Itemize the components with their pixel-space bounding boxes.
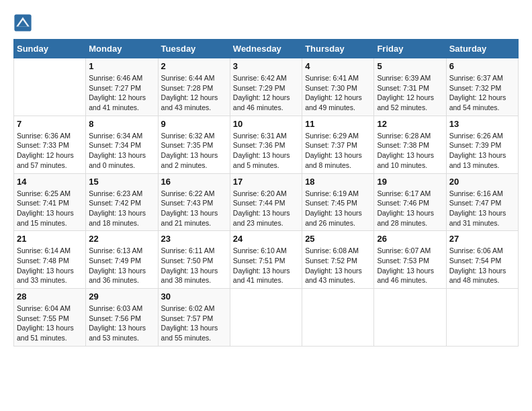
day-info: Sunrise: 6:19 AM Sunset: 7:45 PM Dayligh… (305, 189, 371, 228)
calendar-cell: 15Sunrise: 6:23 AM Sunset: 7:42 PM Dayli… (86, 173, 158, 231)
calendar-cell: 20Sunrise: 6:16 AM Sunset: 7:47 PM Dayli… (446, 173, 518, 231)
calendar-cell: 3Sunrise: 6:42 AM Sunset: 7:29 PM Daylig… (230, 58, 302, 116)
day-info: Sunrise: 6:42 AM Sunset: 7:29 PM Dayligh… (233, 73, 299, 113)
day-info: Sunrise: 6:20 AM Sunset: 7:44 PM Dayligh… (233, 189, 299, 228)
day-number: 27 (449, 234, 515, 244)
logo-icon (13, 13, 32, 32)
day-number: 12 (377, 119, 443, 129)
day-info: Sunrise: 6:14 AM Sunset: 7:48 PM Dayligh… (17, 246, 83, 285)
calendar-cell: 29Sunrise: 6:03 AM Sunset: 7:56 PM Dayli… (86, 289, 158, 347)
day-number: 16 (161, 177, 227, 187)
day-info: Sunrise: 6:23 AM Sunset: 7:42 PM Dayligh… (89, 189, 154, 228)
calendar-cell (14, 58, 86, 116)
calendar-cell: 25Sunrise: 6:08 AM Sunset: 7:52 PM Dayli… (302, 231, 374, 289)
day-info: Sunrise: 6:39 AM Sunset: 7:31 PM Dayligh… (377, 73, 443, 113)
day-info: Sunrise: 6:10 AM Sunset: 7:51 PM Dayligh… (233, 246, 299, 285)
day-info: Sunrise: 6:16 AM Sunset: 7:47 PM Dayligh… (449, 189, 515, 228)
day-info: Sunrise: 6:13 AM Sunset: 7:49 PM Dayligh… (89, 246, 154, 285)
calendar-cell: 22Sunrise: 6:13 AM Sunset: 7:49 PM Dayli… (86, 231, 158, 289)
calendar-cell: 23Sunrise: 6:11 AM Sunset: 7:50 PM Dayli… (158, 231, 230, 289)
calendar-week-row: 7Sunrise: 6:36 AM Sunset: 7:33 PM Daylig… (14, 116, 519, 173)
calendar-cell (230, 289, 302, 347)
calendar-cell: 17Sunrise: 6:20 AM Sunset: 7:44 PM Dayli… (230, 173, 302, 231)
calendar-week-row: 28Sunrise: 6:04 AM Sunset: 7:55 PM Dayli… (14, 289, 519, 347)
day-number: 3 (233, 61, 299, 71)
day-number: 29 (89, 291, 154, 302)
day-number: 14 (17, 177, 83, 187)
day-number: 19 (377, 177, 443, 187)
day-info: Sunrise: 6:25 AM Sunset: 7:41 PM Dayligh… (17, 189, 83, 228)
day-info: Sunrise: 6:07 AM Sunset: 7:53 PM Dayligh… (377, 246, 443, 285)
calendar-cell: 10Sunrise: 6:31 AM Sunset: 7:36 PM Dayli… (230, 116, 302, 173)
calendar-cell: 4Sunrise: 6:41 AM Sunset: 7:30 PM Daylig… (302, 58, 374, 116)
day-number: 24 (233, 234, 299, 244)
calendar-cell (302, 289, 374, 347)
day-info: Sunrise: 6:17 AM Sunset: 7:46 PM Dayligh… (377, 189, 443, 228)
calendar-week-row: 1Sunrise: 6:46 AM Sunset: 7:27 PM Daylig… (14, 58, 519, 116)
day-info: Sunrise: 6:03 AM Sunset: 7:56 PM Dayligh… (89, 304, 154, 343)
day-number: 23 (161, 234, 227, 244)
day-info: Sunrise: 6:32 AM Sunset: 7:35 PM Dayligh… (161, 131, 227, 171)
day-info: Sunrise: 6:31 AM Sunset: 7:36 PM Dayligh… (233, 131, 299, 171)
day-header-wednesday: Wednesday (230, 40, 302, 58)
calendar-cell: 1Sunrise: 6:46 AM Sunset: 7:27 PM Daylig… (86, 58, 158, 116)
calendar-cell: 2Sunrise: 6:44 AM Sunset: 7:28 PM Daylig… (158, 58, 230, 116)
calendar-cell: 30Sunrise: 6:02 AM Sunset: 7:57 PM Dayli… (158, 289, 230, 347)
calendar-cell: 16Sunrise: 6:22 AM Sunset: 7:43 PM Dayli… (158, 173, 230, 231)
day-info: Sunrise: 6:34 AM Sunset: 7:34 PM Dayligh… (89, 131, 154, 171)
calendar-cell: 13Sunrise: 6:26 AM Sunset: 7:39 PM Dayli… (446, 116, 518, 173)
calendar-week-row: 21Sunrise: 6:14 AM Sunset: 7:48 PM Dayli… (14, 231, 519, 289)
day-number: 13 (449, 119, 515, 129)
day-number: 18 (305, 177, 371, 187)
calendar-cell: 11Sunrise: 6:29 AM Sunset: 7:37 PM Dayli… (302, 116, 374, 173)
day-number: 28 (17, 291, 83, 302)
day-number: 17 (233, 177, 299, 187)
day-info: Sunrise: 6:46 AM Sunset: 7:27 PM Dayligh… (89, 73, 154, 113)
day-number: 21 (17, 234, 83, 244)
calendar-cell: 5Sunrise: 6:39 AM Sunset: 7:31 PM Daylig… (374, 58, 446, 116)
day-number: 4 (305, 61, 371, 71)
day-info: Sunrise: 6:37 AM Sunset: 7:32 PM Dayligh… (449, 73, 515, 113)
calendar-header-row: SundayMondayTuesdayWednesdayThursdayFrid… (14, 40, 519, 58)
day-info: Sunrise: 6:22 AM Sunset: 7:43 PM Dayligh… (161, 189, 227, 228)
day-info: Sunrise: 6:36 AM Sunset: 7:33 PM Dayligh… (17, 131, 83, 171)
day-number: 11 (305, 119, 371, 129)
day-number: 25 (305, 234, 371, 244)
day-number: 6 (449, 61, 515, 71)
calendar-cell: 27Sunrise: 6:06 AM Sunset: 7:54 PM Dayli… (446, 231, 518, 289)
calendar-cell: 8Sunrise: 6:34 AM Sunset: 7:34 PM Daylig… (86, 116, 158, 173)
day-header-monday: Monday (86, 40, 158, 58)
day-number: 20 (449, 177, 515, 187)
day-info: Sunrise: 6:29 AM Sunset: 7:37 PM Dayligh… (305, 131, 371, 171)
day-info: Sunrise: 6:41 AM Sunset: 7:30 PM Dayligh… (305, 73, 371, 113)
day-info: Sunrise: 6:26 AM Sunset: 7:39 PM Dayligh… (449, 131, 515, 171)
calendar-cell (446, 289, 518, 347)
calendar-cell: 24Sunrise: 6:10 AM Sunset: 7:51 PM Dayli… (230, 231, 302, 289)
day-number: 7 (17, 119, 83, 129)
calendar-cell: 12Sunrise: 6:28 AM Sunset: 7:38 PM Dayli… (374, 116, 446, 173)
day-header-saturday: Saturday (446, 40, 518, 58)
day-info: Sunrise: 6:44 AM Sunset: 7:28 PM Dayligh… (161, 73, 227, 113)
day-info: Sunrise: 6:06 AM Sunset: 7:54 PM Dayligh… (449, 246, 515, 285)
calendar-cell: 7Sunrise: 6:36 AM Sunset: 7:33 PM Daylig… (14, 116, 86, 173)
day-info: Sunrise: 6:08 AM Sunset: 7:52 PM Dayligh… (305, 246, 371, 285)
day-header-friday: Friday (374, 40, 446, 58)
day-number: 30 (161, 291, 227, 302)
day-number: 10 (233, 119, 299, 129)
calendar-cell: 21Sunrise: 6:14 AM Sunset: 7:48 PM Dayli… (14, 231, 86, 289)
day-header-thursday: Thursday (302, 40, 374, 58)
day-number: 22 (89, 234, 154, 244)
day-number: 8 (89, 119, 154, 129)
calendar-week-row: 14Sunrise: 6:25 AM Sunset: 7:41 PM Dayli… (14, 173, 519, 231)
day-number: 15 (89, 177, 154, 187)
day-info: Sunrise: 6:28 AM Sunset: 7:38 PM Dayligh… (377, 131, 443, 171)
calendar-cell (374, 289, 446, 347)
day-number: 2 (161, 61, 227, 71)
day-info: Sunrise: 6:11 AM Sunset: 7:50 PM Dayligh… (161, 246, 227, 285)
calendar-cell: 19Sunrise: 6:17 AM Sunset: 7:46 PM Dayli… (374, 173, 446, 231)
calendar-table: SundayMondayTuesdayWednesdayThursdayFrid… (13, 39, 519, 347)
day-number: 9 (161, 119, 227, 129)
calendar-cell: 9Sunrise: 6:32 AM Sunset: 7:35 PM Daylig… (158, 116, 230, 173)
day-header-tuesday: Tuesday (158, 40, 230, 58)
calendar-cell: 6Sunrise: 6:37 AM Sunset: 7:32 PM Daylig… (446, 58, 518, 116)
